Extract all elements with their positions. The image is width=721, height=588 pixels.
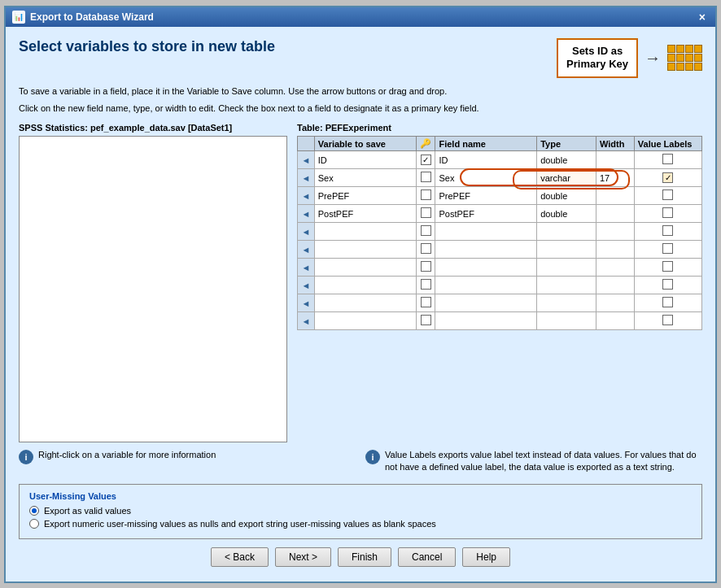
empty-type-1 bbox=[537, 223, 596, 241]
row-arrow-id: ◄ bbox=[298, 151, 315, 169]
empty-key-3[interactable] bbox=[416, 259, 435, 277]
empty-cb-1[interactable] bbox=[421, 225, 431, 236]
key-checkbox-prepef[interactable] bbox=[416, 187, 435, 205]
empty-var-2 bbox=[314, 241, 416, 259]
table-label: Table: PEFExperiment bbox=[297, 123, 702, 133]
fieldname-postpef[interactable]: PostPEF bbox=[435, 205, 537, 223]
key-checkbox-sex[interactable] bbox=[416, 169, 435, 187]
empty-fn-1 bbox=[435, 223, 537, 241]
empty-vl-cb-6[interactable] bbox=[662, 315, 673, 325]
empty-cb-3[interactable] bbox=[421, 261, 431, 272]
width-prepef[interactable] bbox=[596, 187, 635, 205]
checkbox-unchecked-prepef[interactable] bbox=[421, 189, 431, 200]
checkbox-unchecked-postpef[interactable] bbox=[421, 207, 431, 218]
radio-export-valid[interactable] bbox=[29, 506, 39, 516]
empty-width-4 bbox=[596, 277, 635, 294]
empty-width-5 bbox=[596, 294, 635, 312]
empty-vl-cb-4[interactable] bbox=[662, 279, 673, 290]
cancel-button[interactable]: Cancel bbox=[398, 547, 456, 567]
empty-type-2 bbox=[537, 241, 596, 259]
type-id[interactable]: double bbox=[537, 151, 596, 169]
empty-key-1[interactable] bbox=[416, 223, 435, 241]
empty-key-2[interactable] bbox=[416, 241, 435, 259]
app-icon: 📊 bbox=[12, 11, 25, 24]
empty-type-6 bbox=[537, 312, 596, 330]
empty-vl-3[interactable] bbox=[634, 259, 701, 277]
type-postpef[interactable]: double bbox=[537, 205, 596, 223]
empty-width-1 bbox=[596, 223, 635, 241]
empty-vl-cb-1[interactable] bbox=[662, 225, 673, 236]
empty-key-5[interactable] bbox=[416, 294, 435, 312]
type-prepef[interactable]: double bbox=[537, 187, 596, 205]
variable-list bbox=[19, 136, 287, 442]
empty-vl-6[interactable] bbox=[634, 312, 701, 330]
key-checkbox-postpef[interactable] bbox=[416, 205, 435, 223]
empty-vl-4[interactable] bbox=[634, 277, 701, 294]
checkbox-unchecked-vl-postpef[interactable] bbox=[662, 207, 673, 218]
empty-key-6[interactable] bbox=[416, 312, 435, 330]
empty-vl-cb-2[interactable] bbox=[662, 243, 673, 254]
help-button[interactable]: Help bbox=[462, 547, 510, 567]
empty-width-2 bbox=[596, 241, 635, 259]
right-panel: Table: PEFExperiment Variable to save 🔑 … bbox=[297, 123, 702, 442]
checkbox-unchecked-vl-id[interactable] bbox=[662, 154, 673, 164]
radio-row-1[interactable]: Export as valid values bbox=[29, 506, 692, 516]
valuelabel-sex[interactable]: ✓ bbox=[634, 169, 701, 187]
empty-var-5 bbox=[314, 294, 416, 312]
empty-arrow-6: ◄ bbox=[298, 312, 315, 330]
table-row: ◄ PostPEF PostPEF double bbox=[298, 205, 702, 223]
radio-export-nulls[interactable] bbox=[29, 519, 39, 529]
key-checkbox-id[interactable]: ✓ bbox=[416, 151, 435, 169]
empty-fn-5 bbox=[435, 294, 537, 312]
empty-width-3 bbox=[596, 259, 635, 277]
fieldname-prepef[interactable]: PrePEF bbox=[435, 187, 537, 205]
variable-sex: Sex bbox=[314, 169, 416, 187]
callout-container: Sets ID asPrimary Key → bbox=[557, 38, 702, 79]
table-row: ◄ Sex Sex varchar 17 bbox=[298, 169, 702, 187]
checkbox-unchecked-sex[interactable] bbox=[421, 172, 431, 182]
empty-var-6 bbox=[314, 312, 416, 330]
valuelabel-postpef[interactable] bbox=[634, 205, 701, 223]
empty-arrow-5: ◄ bbox=[298, 294, 315, 312]
empty-cb-4[interactable] bbox=[421, 279, 431, 290]
empty-vl-cb-5[interactable] bbox=[662, 297, 673, 307]
empty-cb-2[interactable] bbox=[421, 243, 431, 254]
col-header-variable: Variable to save bbox=[314, 137, 416, 151]
checkbox-checked-vl-sex[interactable]: ✓ bbox=[662, 172, 673, 183]
title-bar-left: 📊 Export to Database Wizard bbox=[12, 11, 154, 24]
instruction1: To save a variable in a field, place it … bbox=[19, 85, 702, 98]
empty-vl-5[interactable] bbox=[634, 294, 701, 312]
col-header-fieldname: Field name bbox=[435, 137, 537, 151]
left-panel: SPSS Statistics: pef_example_data.sav [D… bbox=[19, 123, 287, 442]
callout-box: Sets ID asPrimary Key bbox=[557, 38, 638, 79]
missing-values-section: User-Missing Values Export as valid valu… bbox=[19, 484, 702, 539]
fieldname-id[interactable]: ID bbox=[435, 151, 537, 169]
empty-cb-5[interactable] bbox=[421, 297, 431, 307]
empty-fn-3 bbox=[435, 259, 537, 277]
back-button[interactable]: < Back bbox=[211, 547, 269, 567]
col-header-type: Type bbox=[537, 137, 596, 151]
type-sex[interactable]: varchar bbox=[537, 169, 596, 187]
empty-vl-cb-3[interactable] bbox=[662, 261, 673, 272]
checkbox-checked-id[interactable]: ✓ bbox=[421, 155, 431, 165]
next-button[interactable]: Next > bbox=[275, 547, 331, 567]
width-sex[interactable]: 17 bbox=[596, 169, 635, 187]
close-button[interactable]: × bbox=[696, 11, 709, 24]
finish-button[interactable]: Finish bbox=[338, 547, 391, 567]
info-text-right: Value Labels exports value label text in… bbox=[385, 449, 702, 474]
footer: < Back Next > Finish Cancel Help bbox=[19, 539, 702, 573]
radio-row-2[interactable]: Export numeric user-missing values as nu… bbox=[29, 519, 692, 529]
valuelabel-prepef[interactable] bbox=[634, 187, 701, 205]
empty-vl-1[interactable] bbox=[634, 223, 701, 241]
table-row-empty: ◄ bbox=[298, 294, 702, 312]
valuelabel-id[interactable] bbox=[634, 151, 701, 169]
fieldname-sex[interactable]: Sex bbox=[435, 169, 537, 187]
width-postpef[interactable] bbox=[596, 205, 635, 223]
empty-vl-2[interactable] bbox=[634, 241, 701, 259]
table-row-empty: ◄ bbox=[298, 241, 702, 259]
empty-cb-6[interactable] bbox=[421, 315, 431, 325]
width-id[interactable] bbox=[596, 151, 635, 169]
col-header-valuelabels: Value Labels bbox=[634, 137, 701, 151]
checkbox-unchecked-vl-prepef[interactable] bbox=[662, 189, 673, 200]
empty-key-4[interactable] bbox=[416, 277, 435, 294]
